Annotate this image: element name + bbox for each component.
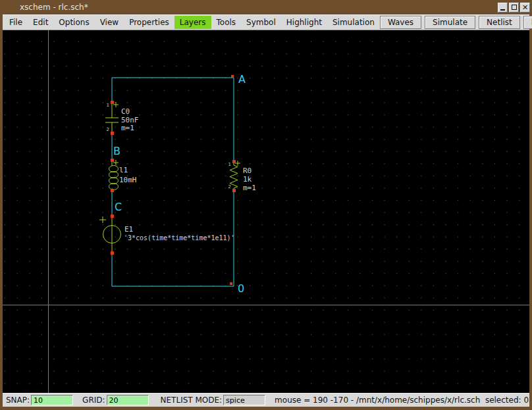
component-inductor-l1[interactable]: l1 10mH [109, 159, 137, 192]
menu-item-tools[interactable]: Tools [211, 16, 242, 29]
minimize-button[interactable] [498, 3, 508, 13]
component-mult: m=1 [243, 184, 256, 192]
component-mult: m=1 [121, 124, 134, 132]
snap-label: SNAP: [6, 396, 30, 405]
menu-item-view[interactable]: View [95, 16, 124, 29]
menu-item-simulation[interactable]: Simulation [327, 16, 380, 29]
schematic-canvas[interactable]: 1 2 C0 50nF m=1 l1 10mH [3, 30, 529, 393]
pin-square [232, 160, 236, 163]
pin-square [111, 159, 114, 162]
pin-square [111, 189, 114, 192]
close-button[interactable]: ✕ [520, 3, 530, 13]
pin-number: 2 [107, 127, 109, 132]
menu-item-file[interactable]: File [4, 16, 28, 29]
component-ref: C0 [121, 107, 130, 116]
net-label-a[interactable]: A [238, 73, 246, 86]
menu-item-edit[interactable]: Edit [28, 16, 53, 29]
titlebar: xschem - rlc.sch* ✕ [0, 0, 532, 14]
net-label-0[interactable]: 0 [238, 282, 244, 295]
component-capacitor-c0[interactable]: 1 2 C0 50nF m=1 [105, 101, 139, 135]
help-button[interactable]: Help [523, 16, 532, 29]
close-icon: ✕ [522, 4, 528, 11]
statusbar: SNAP: GRID: NETLIST MODE: mouse = 190 -1… [3, 393, 529, 407]
maximize-button[interactable] [509, 3, 519, 13]
component-value: '3*cos(time*time*time*1e11)' [124, 234, 235, 242]
grid-label: GRID: [82, 396, 105, 405]
component-value: 1k [243, 175, 252, 184]
pin-number: 1 [228, 162, 231, 167]
minimize-icon [500, 9, 505, 11]
net-label-c[interactable]: C [115, 201, 122, 213]
netlist-mode-label: NETLIST MODE: [161, 396, 223, 405]
net-label-b[interactable]: B [113, 145, 120, 157]
toolbar-actions: Waves Simulate Netlist Help [380, 16, 532, 29]
component-source-e1[interactable]: E1 '3*cos(time*time*time*1e11)' [99, 215, 235, 255]
simulate-button[interactable]: Simulate [425, 16, 475, 29]
netlist-button[interactable]: Netlist [479, 16, 520, 29]
component-ref: l1 [119, 166, 128, 174]
pin-square [111, 101, 114, 104]
pin-number: 2 [228, 184, 231, 190]
waves-button[interactable]: Waves [380, 16, 421, 29]
pin-square [111, 215, 114, 218]
mouse-status: mouse = 190 -170 - /mnt/x/home/schippes/… [275, 396, 529, 405]
component-ref: E1 [124, 225, 133, 234]
menu-item-symbol[interactable]: Symbol [241, 16, 281, 29]
inductor-symbol [112, 160, 119, 190]
component-ref: R0 [243, 167, 252, 175]
netlist-mode-input[interactable] [223, 395, 265, 405]
menu-item-properties[interactable]: Properties [124, 16, 174, 29]
snap-input[interactable] [31, 395, 73, 405]
wire-end-marker [231, 75, 234, 78]
source-symbol [99, 216, 112, 253]
menu-item-layers[interactable]: Layers [174, 16, 211, 29]
pin-number: 1 [107, 103, 109, 108]
menu-item-highlight[interactable]: Highlight [281, 16, 327, 29]
schematic-drawing: 1 2 C0 50nF m=1 l1 10mH [3, 30, 529, 393]
pin-square [111, 132, 114, 135]
menubar: File Edit Options View Properties Layers… [3, 14, 529, 30]
resistor-symbol [230, 161, 240, 190]
wire-end-marker [230, 282, 232, 285]
pin-square [111, 251, 114, 255]
pin-square [232, 189, 236, 192]
grid-input[interactable] [107, 395, 149, 405]
xschem-window: xschem - rlc.sch* ✕ File Edit Options Vi… [0, 0, 532, 410]
component-resistor-r0[interactable]: 1 2 R0 1k m=1 [228, 160, 256, 192]
component-value: 10mH [119, 176, 137, 184]
window-controls: ✕ [498, 3, 530, 13]
menu-item-options[interactable]: Options [53, 16, 94, 29]
maximize-icon [512, 5, 517, 10]
window-title: xschem - rlc.sch* [20, 3, 88, 12]
